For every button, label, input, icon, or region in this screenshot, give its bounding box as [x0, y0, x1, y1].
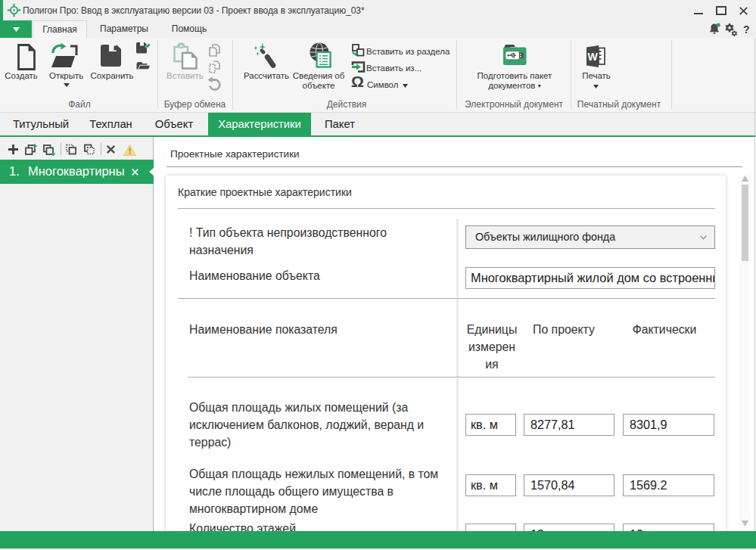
- svg-text:W: W: [587, 51, 598, 63]
